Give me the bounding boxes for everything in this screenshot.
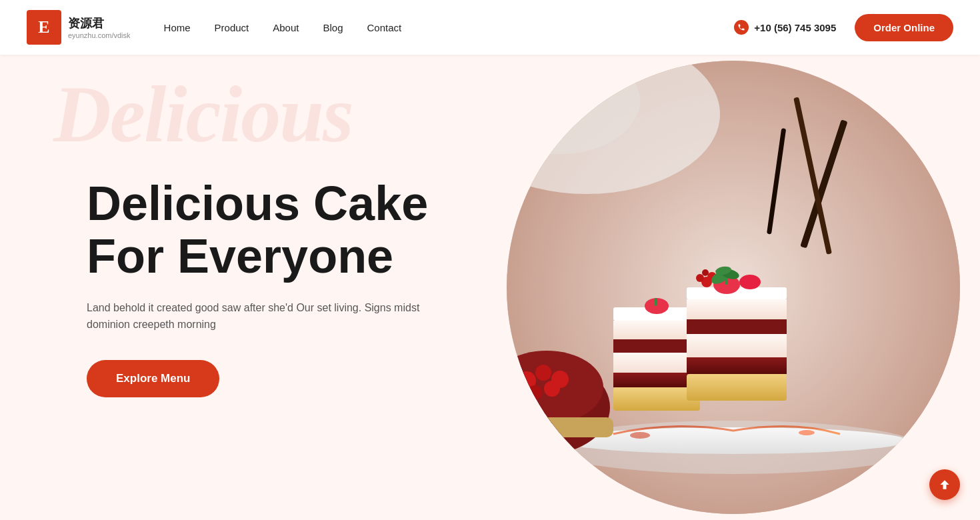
phone-svg (737, 23, 745, 31)
svg-point-30 (799, 430, 815, 435)
scroll-up-button[interactable] (929, 469, 960, 500)
svg-point-37 (535, 365, 551, 381)
logo-letter: E (38, 17, 49, 37)
svg-rect-12 (655, 298, 657, 306)
navbar-right: +10 (56) 745 3095 Order Online (734, 14, 953, 41)
logo-url: eyunzhu.com/vdisk (68, 31, 131, 39)
svg-point-39 (527, 385, 542, 400)
arrow-up-icon (938, 478, 951, 491)
svg-rect-15 (687, 334, 787, 357)
hero-title-line2: For Everyone (87, 229, 393, 283)
nav-link-contact[interactable]: Contact (367, 22, 402, 33)
svg-rect-14 (687, 357, 787, 374)
hero-watermark: Delicious (53, 75, 353, 155)
svg-point-23 (696, 274, 704, 282)
hero-title: Delicious Cake For Everyone (87, 177, 447, 283)
explore-menu-button[interactable]: Explore Menu (87, 360, 219, 397)
phone-icon (734, 20, 749, 35)
navbar: E 资源君 eyunzhu.com/vdisk Home Product Abo… (0, 0, 980, 55)
phone-number: +10 (56) 745 3095 (754, 22, 836, 33)
hero-title-line1: Delicious Cake (87, 177, 428, 230)
logo-box: E (27, 10, 61, 45)
navbar-left: E 资源君 eyunzhu.com/vdisk Home Product Abo… (27, 10, 401, 45)
svg-rect-17 (687, 299, 787, 319)
nav-link-blog[interactable]: Blog (323, 22, 343, 33)
nav-link-product[interactable]: Product (215, 22, 249, 33)
nav-link-about[interactable]: About (273, 22, 299, 33)
hero-section: Delicious Delicious Cake For Everyone La… (0, 55, 980, 520)
svg-rect-13 (687, 374, 787, 401)
svg-rect-16 (687, 319, 787, 334)
phone-info: +10 (56) 745 3095 (734, 20, 836, 35)
svg-point-21 (739, 275, 761, 289)
hero-subtitle: Land behold it created good saw after sh… (87, 299, 447, 333)
svg-point-25 (702, 269, 709, 276)
logo[interactable]: E 资源君 eyunzhu.com/vdisk (27, 10, 131, 45)
hero-cake-image (507, 61, 960, 514)
hero-content: Delicious Cake For Everyone Land behold … (0, 177, 447, 397)
svg-point-29 (630, 432, 650, 439)
nav-links: Home Product About Blog Contact (164, 22, 402, 33)
cake-svg (507, 61, 960, 514)
svg-point-40 (544, 381, 560, 397)
order-online-button[interactable]: Order Online (855, 14, 953, 41)
svg-rect-41 (507, 417, 613, 437)
logo-text: 资源君 eyunzhu.com/vdisk (68, 15, 131, 39)
nav-link-home[interactable]: Home (164, 22, 191, 33)
logo-name-cn: 资源君 (68, 15, 131, 31)
